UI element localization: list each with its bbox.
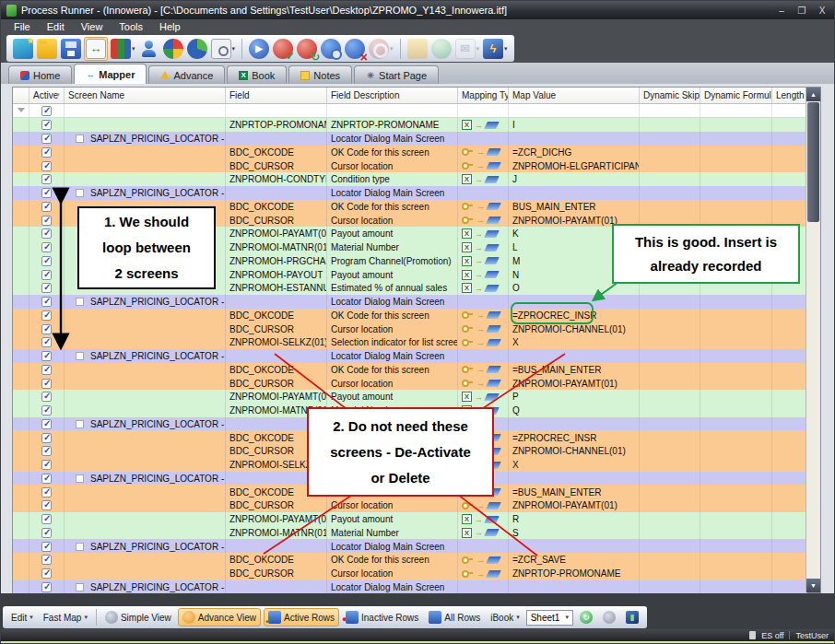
scrollbar-thumb[interactable] — [807, 102, 819, 222]
dynamic-skip-cell[interactable] — [640, 309, 700, 322]
active-cell[interactable] — [29, 376, 65, 390]
tab-notes[interactable]: Notes — [288, 65, 352, 84]
active-checkbox[interactable] — [41, 283, 52, 293]
chart-icon-button[interactable] — [186, 38, 208, 60]
screen-name-cell[interactable] — [65, 526, 226, 540]
length-cell[interactable] — [772, 363, 807, 377]
length-cell[interactable] — [772, 146, 807, 159]
dynamic-skip-cell[interactable] — [640, 458, 700, 472]
screen-name-cell[interactable]: SAPLZN_PRICING_LOCATOR - 3000 — [65, 186, 226, 200]
screen-checkbox[interactable] — [76, 420, 84, 428]
length-cell[interactable] — [772, 526, 807, 540]
dropdown-caret-icon[interactable]: ▾ — [476, 45, 480, 53]
field-cell[interactable]: BDC_CURSOR — [226, 567, 327, 580]
screen-name-cell[interactable] — [65, 363, 226, 377]
map-value-cell[interactable]: S — [509, 526, 640, 540]
active-checkbox[interactable] — [41, 460, 52, 470]
screen-checkbox[interactable] — [76, 352, 84, 360]
dropdown-caret-icon[interactable]: ▾ — [504, 45, 508, 53]
length-cell[interactable] — [772, 444, 807, 458]
edit-menu-button[interactable]: Edit▾ — [7, 611, 37, 625]
screen-name-cell[interactable]: SAPLZN_PRICING_LOCATOR - 3000 — [65, 295, 226, 309]
length-cell[interactable] — [772, 349, 807, 363]
mapping-type-cell[interactable]: X→ — [458, 390, 509, 404]
dynamic-skip-cell[interactable] — [640, 580, 700, 594]
map-value-cell[interactable]: =ZCR_DICHG — [509, 146, 640, 159]
tab-advance[interactable]: Advance — [148, 65, 225, 84]
active-cell[interactable] — [29, 200, 65, 214]
active-checkbox[interactable] — [41, 405, 52, 416]
screen-name-cell[interactable] — [65, 567, 226, 580]
mapping-type-cell[interactable]: → — [458, 322, 509, 335]
tab-home[interactable]: Home — [8, 65, 72, 84]
new-session-icon-button[interactable] — [12, 38, 34, 60]
table-row[interactable]: BDC_OKCODEOK Code for this screen→=ZCR_D… — [13, 146, 807, 159]
mapping-type-cell[interactable]: → — [458, 200, 509, 214]
scroll-down-button[interactable]: ▼ — [806, 579, 820, 592]
mapping-type-cell[interactable] — [458, 295, 509, 309]
active-cell[interactable] — [29, 146, 65, 159]
mapping-type-cell[interactable]: → — [458, 335, 509, 349]
field-cell[interactable]: ZNPROMOH-PAYOUT — [226, 267, 327, 281]
advance-view-button[interactable]: Advance View — [178, 608, 261, 626]
column-header-dynamic-skip[interactable]: Dynamic Skip — [640, 88, 700, 103]
sheet-select[interactable]: Sheet1▾ — [526, 610, 573, 626]
field-cell[interactable]: BDC_OKCODE — [226, 363, 327, 377]
mapping-type-cell[interactable]: → — [458, 567, 509, 580]
screen-name-cell[interactable] — [65, 485, 226, 498]
dynamic-formula-cell[interactable] — [700, 485, 772, 498]
screen-checkbox[interactable] — [76, 135, 84, 143]
dropdown-caret-icon[interactable]: ▾ — [232, 45, 236, 53]
active-checkbox[interactable] — [41, 242, 52, 252]
active-checkbox[interactable] — [41, 555, 52, 565]
dynamic-formula-cell[interactable] — [700, 580, 772, 594]
stop-icon-button[interactable]: ▾ — [368, 38, 394, 60]
dynamic-skip-cell[interactable] — [640, 349, 700, 363]
dynamic-skip-cell[interactable] — [640, 539, 700, 553]
field-cell[interactable]: ZNPROMOI-MATNR(01) — [226, 526, 327, 540]
tab-book[interactable]: XBook — [227, 65, 287, 84]
mapping-type-cell[interactable]: X→ — [458, 512, 509, 526]
map-value-cell[interactable] — [509, 539, 640, 553]
field-description-cell[interactable]: Locator Dialog Main Screen — [327, 539, 458, 553]
active-cell[interactable] — [29, 240, 65, 254]
dynamic-formula-cell[interactable] — [700, 172, 772, 186]
field-cell[interactable]: BDC_CURSOR — [226, 322, 327, 335]
active-checkbox[interactable] — [41, 324, 52, 334]
mapper-icon-button[interactable]: ↔ — [84, 37, 108, 61]
mapping-type-cell[interactable] — [458, 186, 509, 200]
dynamic-formula-cell[interactable] — [700, 553, 772, 567]
screen-checkbox[interactable] — [76, 474, 84, 483]
active-checkbox[interactable] — [41, 474, 52, 484]
dynamic-skip-cell[interactable] — [640, 295, 700, 309]
field-description-cell[interactable]: Estimated % of annual sales — [327, 281, 458, 295]
mapping-type-cell[interactable] — [458, 349, 509, 363]
field-description-cell[interactable]: Locator Dialog Main Screen — [327, 580, 458, 594]
length-cell[interactable] — [772, 498, 807, 512]
field-cell[interactable]: ZNPROMOI-PAYAMT(01) — [226, 227, 327, 240]
active-checkbox[interactable] — [41, 188, 52, 198]
dynamic-formula-cell[interactable] — [700, 458, 772, 472]
column-header-screen-name[interactable]: Screen Name — [65, 88, 226, 103]
dynamic-formula-cell[interactable] — [700, 512, 772, 526]
filter-sort-icon[interactable]: ▼ — [55, 92, 61, 98]
active-cell[interactable] — [29, 295, 65, 309]
mapping-type-cell[interactable]: X→ — [458, 118, 509, 132]
field-description-cell[interactable]: Cursor location — [327, 376, 458, 390]
filter-cell[interactable] — [327, 104, 458, 117]
mapping-type-cell[interactable]: X→ — [458, 281, 509, 295]
map-value-cell[interactable]: ZNPROMOI-CHANNEL(01) — [509, 444, 640, 458]
column-header-mapping-type[interactable]: Mapping Type — [458, 88, 509, 103]
menu-file[interactable]: File — [6, 21, 38, 32]
mapping-type-cell[interactable]: X→ — [458, 172, 509, 186]
dynamic-skip-cell[interactable] — [640, 404, 700, 417]
dynamic-skip-cell[interactable] — [640, 322, 700, 335]
field-description-cell[interactable]: Cursor location — [327, 498, 458, 512]
mapping-type-cell[interactable]: X→ — [458, 267, 509, 281]
field-cell[interactable] — [226, 580, 327, 594]
dynamic-formula-cell[interactable] — [700, 132, 772, 146]
dynamic-skip-cell[interactable] — [640, 512, 700, 526]
active-checkbox[interactable] — [41, 542, 52, 552]
length-cell[interactable] — [772, 485, 807, 498]
review-icon-button[interactable] — [320, 38, 342, 60]
